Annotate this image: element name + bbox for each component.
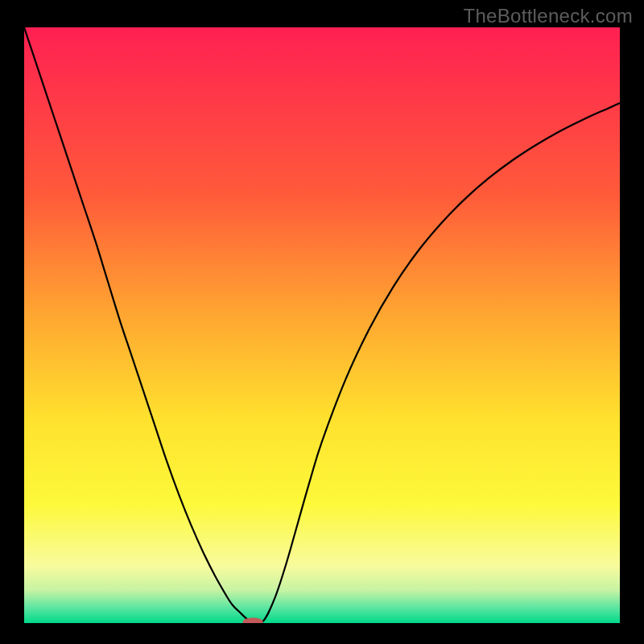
watermark-text: TheBottleneck.com xyxy=(463,5,633,27)
plot-area xyxy=(24,27,620,623)
chart-frame: TheBottleneck.com xyxy=(0,0,644,644)
gradient-background xyxy=(24,27,620,623)
chart-svg xyxy=(24,27,620,623)
